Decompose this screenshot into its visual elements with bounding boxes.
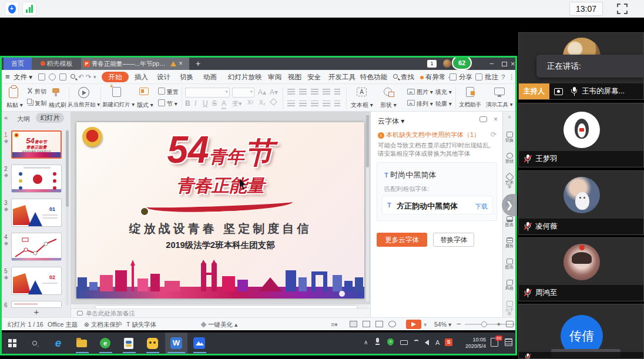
menu-view[interactable]: 视图 bbox=[288, 70, 301, 84]
paste-label[interactable]: 粘贴 ▾ bbox=[6, 101, 23, 109]
hamburger-icon[interactable]: ≡ bbox=[5, 70, 10, 84]
redo-icon[interactable]: ↷ bbox=[86, 70, 92, 84]
share-button[interactable]: 分享 bbox=[459, 70, 472, 84]
close-window-icon[interactable]: × bbox=[511, 59, 515, 68]
theme-name[interactable]: Office 主题 bbox=[48, 318, 78, 331]
new-slide-label[interactable]: 新建幻灯片 ▾ bbox=[102, 101, 135, 109]
doc-assistant-icon[interactable] bbox=[466, 87, 474, 97]
subscript-button[interactable]: X₂ bbox=[259, 99, 266, 106]
menu-start[interactable]: 开始 bbox=[102, 72, 129, 82]
replace-font-button[interactable]: 替换字体 bbox=[433, 233, 474, 247]
participant-tile[interactable]: 传倩 bbox=[518, 304, 644, 359]
notes-bar[interactable]: 单击此处添加备注 bbox=[71, 308, 370, 317]
wps-app-icon[interactable]: W bbox=[169, 336, 183, 350]
slideshow-view-icon[interactable] bbox=[388, 321, 396, 327]
justify-icon[interactable] bbox=[323, 100, 330, 107]
picture-label[interactable]: 图片 ▾ bbox=[417, 88, 433, 96]
menu-review[interactable]: 审阅 bbox=[268, 70, 281, 84]
indent-increase-icon[interactable] bbox=[323, 89, 330, 95]
collapse-panel-icon[interactable]: « bbox=[4, 114, 8, 121]
tray-ime-icon[interactable]: A bbox=[435, 339, 440, 346]
align-center-icon[interactable] bbox=[299, 100, 307, 107]
menu-features[interactable]: 特色功能 bbox=[360, 70, 387, 84]
section-label[interactable]: 节 ▾ bbox=[167, 100, 177, 108]
layout-icon[interactable] bbox=[139, 88, 149, 95]
reset-label[interactable]: 重置 bbox=[167, 88, 179, 96]
beautify-button[interactable]: 一键美化 ▴ bbox=[202, 318, 237, 331]
add-slide-button[interactable]: + bbox=[2, 308, 71, 317]
tray-shield-icon[interactable]: + bbox=[387, 338, 394, 345]
tray-sogou-icon[interactable]: S bbox=[445, 338, 452, 346]
more-cloud-fonts-button[interactable]: 更多云字体 bbox=[377, 233, 427, 247]
grid-view-icon[interactable] bbox=[363, 321, 370, 327]
python-doc-icon[interactable] bbox=[122, 336, 136, 350]
tray-mic-icon[interactable] bbox=[375, 338, 380, 345]
increase-font-icon[interactable]: A▴ bbox=[258, 88, 266, 96]
bold-button[interactable]: B bbox=[185, 99, 190, 108]
tab-docer[interactable]: 稻壳模板 bbox=[32, 58, 81, 70]
arrange-icon[interactable] bbox=[407, 100, 415, 106]
align-right-icon[interactable] bbox=[311, 100, 318, 107]
strip-item-chart[interactable]: 图表 bbox=[503, 216, 516, 227]
text-effect-button[interactable]: 变▾ bbox=[232, 99, 242, 108]
copy-icon[interactable] bbox=[27, 99, 32, 104]
meeting-timer-badge[interactable]: 62 bbox=[452, 56, 472, 70]
tray-doc-notify-icon[interactable]: 69 bbox=[491, 338, 498, 347]
slide-thumbnail-4[interactable] bbox=[11, 233, 62, 261]
action-center-icon[interactable] bbox=[505, 338, 512, 346]
strip-item-gallery[interactable]: 图库 bbox=[503, 259, 516, 270]
participant-tile[interactable]: 周鸿至 bbox=[518, 237, 644, 301]
menu-insert[interactable]: 插入 bbox=[135, 70, 148, 84]
zoom-out-button[interactable]: − bbox=[457, 318, 461, 331]
save-icon[interactable] bbox=[38, 73, 45, 80]
doc-protect-status[interactable]: ⊗ 文档未保护 bbox=[84, 318, 122, 331]
edge-browser-icon[interactable]: e bbox=[51, 336, 65, 350]
search-icon[interactable] bbox=[393, 74, 398, 79]
refresh-icon[interactable]: ⟳ bbox=[491, 130, 497, 139]
font-family-select[interactable] bbox=[185, 88, 230, 98]
format-painter-icon[interactable] bbox=[52, 88, 59, 93]
paste-icon[interactable] bbox=[9, 87, 18, 98]
underline-button[interactable]: U bbox=[203, 99, 208, 108]
doc-assistant-label[interactable]: 文档助手 bbox=[459, 101, 481, 109]
slide-thumbnail-1[interactable]: 54青年节 青春正能量 绽放战设青春 坚定制度自信 bbox=[11, 130, 62, 159]
missing-font-status[interactable]: T 缺失字体 bbox=[126, 318, 156, 331]
indent-decrease-icon[interactable] bbox=[311, 89, 318, 95]
share-icon[interactable] bbox=[450, 73, 457, 80]
strip-item-cloudfont[interactable]: 云字体 bbox=[503, 301, 516, 317]
shapes-label[interactable]: 形状 ▾ bbox=[380, 101, 397, 109]
minimize-window-icon[interactable]: − bbox=[489, 59, 494, 68]
format-painter-label[interactable]: 格式刷 bbox=[49, 101, 66, 109]
close-pane-icon[interactable]: × bbox=[494, 115, 498, 123]
security-shield-button[interactable]: + bbox=[5, 2, 19, 16]
undo-icon[interactable]: ↶ bbox=[78, 70, 84, 84]
zoom-level[interactable]: 54% ▾ bbox=[434, 318, 451, 331]
tab-home[interactable]: 首页 bbox=[4, 58, 32, 70]
menu-security[interactable]: 安全 bbox=[307, 70, 321, 84]
file-menu[interactable]: 文件 ▾ bbox=[14, 70, 32, 84]
print-icon[interactable] bbox=[59, 73, 66, 80]
restore-window-icon[interactable] bbox=[502, 62, 507, 66]
sync-status[interactable]: 有异常 · bbox=[420, 70, 450, 84]
align-left-icon[interactable] bbox=[287, 100, 295, 107]
browser-360-icon[interactable]: e bbox=[98, 336, 112, 350]
section-icon[interactable] bbox=[158, 99, 165, 106]
italic-button[interactable]: I bbox=[194, 99, 196, 108]
strip-item-shapes[interactable]: 形状 bbox=[503, 153, 516, 164]
matched-font-row[interactable]: T 方正韵动中黑简体 下载 bbox=[382, 196, 493, 214]
file-explorer-icon[interactable] bbox=[75, 336, 89, 350]
new-slide-icon[interactable] bbox=[112, 87, 121, 97]
menu-transition[interactable]: 切换 bbox=[180, 70, 193, 84]
reset-icon[interactable] bbox=[158, 88, 165, 95]
meeting-app-icon[interactable] bbox=[192, 336, 206, 350]
menu-devtools[interactable]: 开发工具 bbox=[328, 70, 355, 84]
thumbnail-scrollbar[interactable] bbox=[66, 129, 69, 306]
tab-document[interactable]: P 青春正能量——...年节ppt模板 × bbox=[81, 58, 189, 70]
number-list-icon[interactable] bbox=[299, 89, 307, 95]
account-avatar[interactable] bbox=[443, 59, 451, 68]
find-button[interactable]: 查找 bbox=[401, 70, 414, 84]
picture-icon[interactable] bbox=[407, 89, 415, 95]
network-quality-button[interactable] bbox=[22, 2, 36, 16]
tray-volume-icon[interactable] bbox=[425, 340, 429, 345]
taskbar-search-icon[interactable] bbox=[28, 336, 42, 350]
